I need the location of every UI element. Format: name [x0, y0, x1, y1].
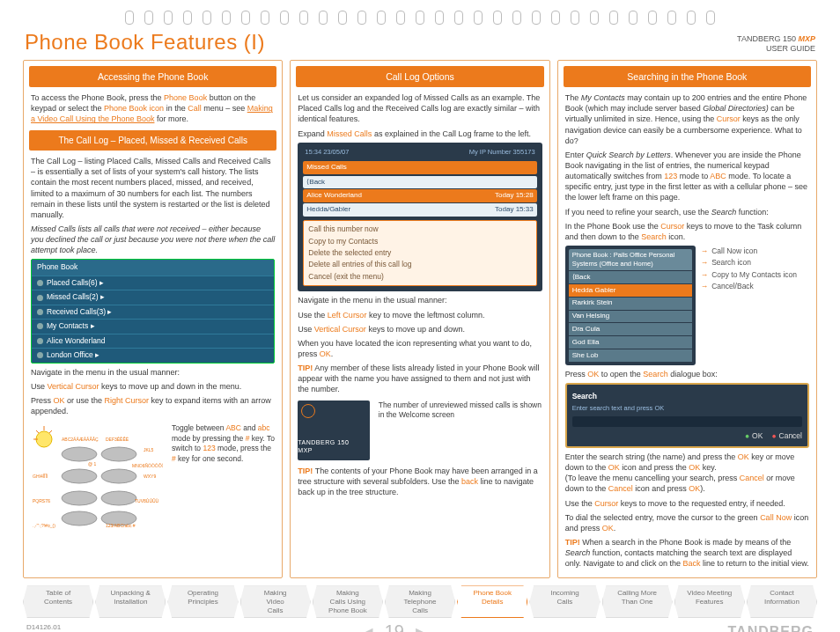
- svg-point-8: [36, 431, 52, 447]
- nav-tab[interactable]: Table ofContents: [23, 585, 93, 618]
- svg-text:WXY9: WXY9: [144, 474, 156, 479]
- nav-tabs: Table ofContentsUnpacking &InstallationO…: [19, 585, 821, 618]
- text: Use the Left Cursor key to move the left…: [298, 310, 542, 320]
- text: Enter Quick Search by Letters. Whenever …: [565, 150, 809, 203]
- contacts-screenshot: Phone Book : Palls Office Personal Syste…: [565, 246, 809, 365]
- context-menu: Call this number now Copy to my Contacts…: [303, 220, 536, 286]
- call-log-desc: The Call Log – listing Placed Calls, Mis…: [31, 156, 275, 220]
- pb-item: Received Calls(3) ▸: [32, 305, 274, 319]
- intro-text: To access the Phone Book, press the Phon…: [31, 92, 275, 124]
- text: Press OK to open the Search dialogue box…: [565, 369, 809, 379]
- nav-tab[interactable]: OperatingPrinciples: [167, 585, 238, 618]
- missed-calls-screenshot: 15:34 23/05/07My IP Number 355173 Missed…: [298, 143, 542, 292]
- nav-tab[interactable]: IncomingCalls: [529, 585, 600, 618]
- next-page-icon[interactable]: ►: [413, 624, 427, 632]
- page-title: Phone Book Features (I): [25, 30, 265, 55]
- text: To dial the selected entry, move the cur…: [565, 512, 809, 533]
- svg-text:TUV8ÙÚÛÜ: TUV8ÙÚÛÜ: [135, 498, 159, 503]
- page-number: ◄ 19 ►: [362, 621, 427, 632]
- svg-point-0: [62, 447, 97, 461]
- pb-item: My Contacts ▸: [32, 319, 274, 333]
- svg-point-2: [62, 469, 97, 483]
- tip-text: TIP! Any member of these lists already l…: [298, 363, 542, 394]
- document-page: Phone Book Features (I) TANDBERG 150 MXP…: [0, 0, 840, 632]
- svg-text:@ 1: @ 1: [88, 461, 96, 467]
- contacts-annotations: →Call Now icon →Search icon →Copy to My …: [701, 246, 797, 293]
- section-title-call-log-options: Call Log Options: [296, 66, 543, 87]
- svg-text:MNO6ÑÖÒÓÔÕØ: MNO6ÑÖÒÓÔÕØ: [132, 463, 163, 468]
- section-title-call-log: The Call Log – Placed, Missed & Received…: [29, 130, 276, 151]
- nav-instr: Press OK or use the Right Cursor key to …: [31, 395, 275, 416]
- doc-id: D14126.0101.2008: [26, 623, 61, 632]
- search-dialog-screenshot: Search Enter search text and press OK OK…: [565, 383, 809, 448]
- pb-item: Placed Calls(6) ▸: [32, 276, 274, 290]
- nav-instr: Use Vertical Cursor keys to move up and …: [31, 381, 275, 392]
- svg-text:GHI4ÍÌÎÏ: GHI4ÍÌÎÏ: [33, 474, 48, 479]
- nav-tab[interactable]: Calling MoreThan One: [602, 585, 673, 618]
- text: If you need to refine your search, use t…: [565, 207, 809, 217]
- spiral-binding: [19, 11, 821, 25]
- missed-badge-icon: [301, 404, 315, 418]
- svg-point-4: [62, 491, 97, 505]
- nav-tab[interactable]: Video MeetingFeatures: [674, 585, 745, 618]
- welcome-screenshot: TANDBERG 150 MXP: [298, 401, 369, 460]
- guide-label: TANDBERG 150 MXP USER GUIDE: [737, 34, 815, 55]
- text: When you have located the icon represent…: [298, 338, 542, 359]
- text: Use the Cursor keys to move to the reque…: [565, 498, 809, 509]
- pb-item: Missed Calls(2) ▸: [32, 290, 274, 304]
- nav-instr: Navigate in the menu in the usual manner…: [31, 367, 275, 378]
- svg-point-3: [101, 469, 136, 483]
- nav-tab[interactable]: Phone BookDetails: [457, 585, 527, 618]
- text: Let us consider an expanded log of Misse…: [298, 92, 542, 124]
- svg-line-11: [36, 430, 39, 433]
- pb-item: Alice Wonderland: [32, 334, 274, 348]
- ok-button: OK: [745, 431, 763, 441]
- section-title-accessing: Accessing the Phone Book: [29, 66, 276, 87]
- svg-text:ABC2ÄÅÆÀÁÂÃÇ: ABC2ÄÅÆÀÁÂÃÇ: [62, 437, 99, 442]
- nav-tab[interactable]: MakingCalls UsingPhone Book: [313, 585, 383, 618]
- text: Navigate in the menu in the usual manner…: [298, 295, 542, 305]
- text: Expand Missed Calls as explained in the …: [298, 129, 542, 139]
- text: In the Phone Book use the Cursor keys to…: [565, 221, 809, 242]
- phone-book-screenshot: Phone Book Placed Calls(6) ▸ Missed Call…: [31, 259, 275, 363]
- cancel-button: Cancel: [771, 431, 802, 441]
- text: The My Contacts may contain up to 200 en…: [565, 92, 809, 146]
- text: Enter the search string (the name) and p…: [565, 452, 809, 495]
- svg-point-1: [101, 447, 136, 461]
- welcome-caption: The number of unreviewed missed calls is…: [379, 401, 542, 421]
- column-searching: Searching in the Phone Book The My Conta…: [557, 60, 817, 578]
- brand-logo: TANDBERG: [728, 624, 814, 632]
- nav-tab[interactable]: Unpacking &Installation: [95, 585, 166, 618]
- prev-page-icon[interactable]: ◄: [362, 624, 376, 632]
- nav-tab[interactable]: ContactInformation: [747, 585, 817, 618]
- nav-tab[interactable]: MakingVideoCalls: [240, 585, 311, 618]
- column-accessing: Accessing the Phone Book To access the P…: [23, 60, 283, 578]
- keypad-caption: Toggle between ABC and abc mode by press…: [172, 423, 275, 464]
- svg-point-6: [62, 511, 97, 525]
- text: Use Vertical Cursor keys to move up and …: [298, 324, 542, 334]
- section-title-searching: Searching in the Phone Book: [564, 66, 811, 87]
- pb-item: London Office ▸: [32, 348, 274, 362]
- search-field: [572, 416, 802, 427]
- missed-calls-desc: Missed Calls lists all calls that were n…: [31, 224, 275, 255]
- svg-line-12: [49, 430, 52, 433]
- pb-header: Phone Book: [32, 260, 274, 275]
- svg-text:JKL5: JKL5: [144, 447, 154, 452]
- svg-text:PQRS7ß: PQRS7ß: [33, 498, 50, 503]
- keypad-figure: ABC2ÄÅÆÀÁÂÃÇ DEF3ÉÈÊË JKL5 MNO6ÑÖÒÓÔÕØ G…: [31, 423, 163, 532]
- svg-text:.,-'":;?!#¤_(): .,-'":;?!#¤_(): [33, 523, 55, 528]
- svg-text:DEF3ÉÈÊË: DEF3ÉÈÊË: [106, 436, 129, 442]
- tip-text: TIP! The contents of your Phone Book may…: [298, 466, 542, 497]
- nav-tab[interactable]: MakingTelephoneCalls: [385, 585, 455, 618]
- column-call-log: Call Log Options Let us consider an expa…: [290, 60, 549, 578]
- svg-point-5: [101, 491, 136, 505]
- tip-text: TIP! When a search in the Phone Book is …: [565, 537, 809, 569]
- svg-text:123/ABC/abc #: 123/ABC/abc #: [106, 523, 136, 528]
